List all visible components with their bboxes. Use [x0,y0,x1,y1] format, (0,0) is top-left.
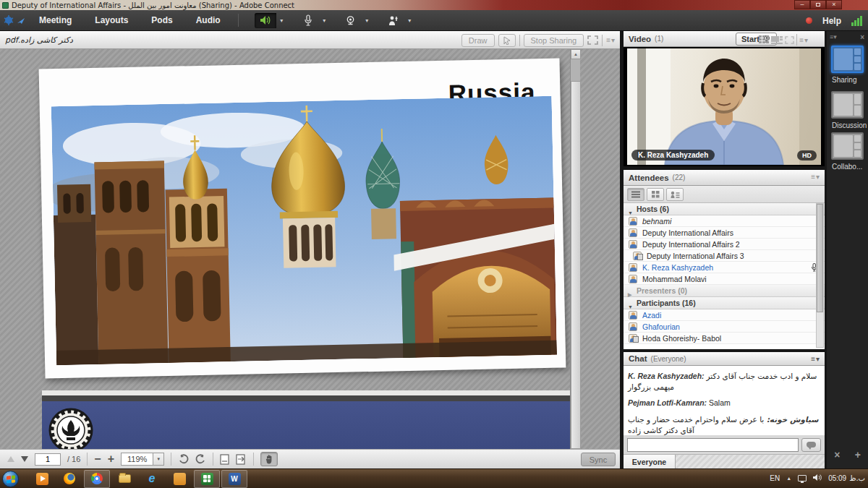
speaker-button[interactable] [255,13,276,28]
taskbar-explorer[interactable] [111,470,137,488]
attendees-list: ▼Hosts (6) behnami Deputy International … [624,203,825,349]
fit-page-button[interactable] [220,454,229,465]
zoom-in-button[interactable]: + [108,453,114,466]
raise-hand-dropdown[interactable]: ▾ [404,13,415,28]
attendee-row[interactable]: Ghafourian [624,321,825,333]
tray-language[interactable]: EN [770,474,780,482]
maximize-icon [816,3,820,7]
attendee-row[interactable]: Mohammad Molavi [624,273,825,285]
layout-discussion[interactable]: Discussion [831,91,864,129]
share-vertical-scrollbar[interactable]: ▲ [570,49,580,449]
help-menu[interactable]: Help [822,16,841,26]
menu-meeting[interactable]: Meeting [27,10,83,31]
taskbar-connect-app[interactable] [194,470,220,488]
chat-pod-menu-button[interactable]: ≡▾ [811,355,820,363]
minimize-button[interactable]: – [794,0,810,9]
attendee-row[interactable]: Azadi [624,309,825,321]
pointer-icon [503,36,511,45]
page-number-input[interactable] [35,453,61,466]
video-pod-menu-button[interactable]: ≡▾ [799,36,809,44]
grid-view-icon[interactable] [759,35,769,44]
zoom-out-button[interactable]: − [94,453,101,466]
hosts-group-header[interactable]: ▼Hosts (6) [624,203,825,215]
fit-width-button[interactable] [236,454,247,465]
sync-button[interactable]: Sync [581,453,616,466]
tab-everyone[interactable]: Everyone [624,455,676,469]
add-layout-icon[interactable]: + [855,449,861,461]
layout-discussion-thumbnail[interactable] [831,91,864,119]
taskbar-firefox[interactable] [56,470,82,488]
presenters-group-header[interactable]: ▶Presenters (0) [624,285,825,297]
pan-tool-button[interactable] [260,452,278,466]
video-fullscreen-icon[interactable] [785,36,794,44]
delete-layout-icon[interactable]: × [834,449,840,461]
attendee-grid-view-button[interactable] [647,188,664,201]
attendee-row[interactable]: Deputy International Affairs 2 [624,239,825,250]
taskbar-media-player[interactable] [29,470,55,488]
zoom-dropdown-icon[interactable]: ▾ [153,453,163,465]
filmstrip-view-icon[interactable] [771,35,783,44]
firefox-icon [64,473,75,484]
webcam-dropdown[interactable]: ▾ [362,13,373,28]
tray-clock[interactable]: 05:09ب.ظ [828,474,865,482]
attendees-scroll-thumb[interactable] [817,204,823,312]
attendees-scrollbar[interactable] [816,203,824,348]
rotate-left-button[interactable] [178,454,189,464]
chat-input[interactable] [627,438,799,452]
share-pod-menu-button[interactable]: ≡▾ [606,36,616,44]
taskbar-word[interactable]: W [221,470,247,488]
draw-button[interactable]: Draw [461,34,495,47]
start-button[interactable] [2,471,19,487]
microphone-button[interactable] [297,13,319,28]
scroll-thumb[interactable] [571,81,581,449]
stop-sharing-button[interactable]: Stop Sharing [524,34,584,47]
layout-bar-close-icon[interactable]: × [860,33,864,41]
layout-collaboration-thumbnail[interactable] [831,132,864,160]
layout-sharing[interactable]: Sharing [831,46,864,84]
send-message-button[interactable] [801,438,821,452]
speaker-dropdown[interactable]: ▾ [276,13,287,28]
taskbar-chrome[interactable] [84,470,110,488]
menu-audio[interactable]: Audio [184,10,232,31]
attendee-row-self[interactable]: K. Reza Kashyzadeh [624,262,825,273]
header-separator [519,35,520,46]
fullscreen-button[interactable] [587,35,598,45]
tray-volume-icon[interactable] [813,474,822,483]
webcam-button[interactable] [340,13,362,28]
page-down-button[interactable] [21,456,28,462]
close-button[interactable]: × [826,0,842,9]
layout-bar: ≡▾ × Sharing Discussion Collabo... × + [827,31,868,468]
attendees-pod-header: Attendees (22) ≡▾ [624,170,825,186]
pointer-tool-button[interactable] [498,34,516,47]
attendee-list-view-button[interactable] [627,188,644,201]
menu-pods[interactable]: Pods [140,10,184,31]
zoom-level-select[interactable]: 119% ▾ [121,453,164,466]
tray-expand-icon[interactable]: ▲ [786,476,791,481]
attendee-row[interactable]: Hoda Ghoreishy- Babol [624,333,825,344]
microphone-dropdown[interactable]: ▾ [319,13,330,28]
page-up-button[interactable] [7,456,14,462]
zoom-level-value: 119% [122,455,153,463]
tray-network-icon[interactable] [798,475,807,481]
menu-layouts[interactable]: Layouts [83,10,140,31]
taskbar-orange-app[interactable] [166,470,192,488]
attendee-status-view-button[interactable] [666,188,684,201]
down-arrow-icon [21,456,28,462]
attendees-pod-menu-button[interactable]: ≡▾ [811,173,820,181]
attendee-row[interactable]: behnami [624,215,825,227]
attendee-row[interactable]: Deputy International Affairs 3 [624,250,825,262]
layout-bar-menu-button[interactable]: ≡▾ [830,33,837,40]
raise-hand-button[interactable] [383,13,404,28]
participants-group-header[interactable]: ▼Participants (16) [624,297,825,309]
rotate-right-button[interactable] [195,454,206,464]
scroll-up-arrow[interactable]: ▲ [571,49,581,59]
attendee-row[interactable]: Deputy International Affairs [624,227,825,239]
layout-sharing-thumbnail[interactable] [831,46,864,73]
maximize-button[interactable] [810,0,826,9]
list-view-icon [631,191,640,198]
rotate-left-icon [178,454,189,464]
attendee-icon [629,275,637,283]
next-slide-edge [42,390,575,449]
layout-collaboration[interactable]: Collabo... [831,132,864,171]
taskbar-internet-explorer[interactable]: e [139,470,165,488]
